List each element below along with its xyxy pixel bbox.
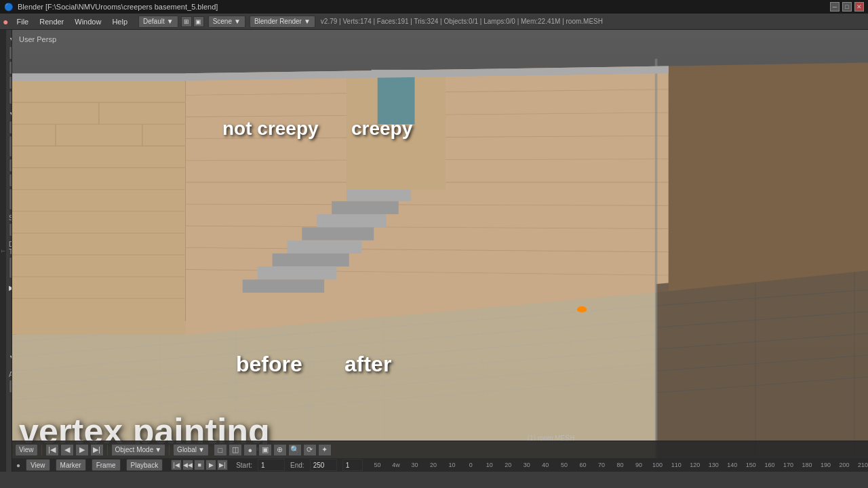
timeline-playback: |◀ ◀◀ ■ ▶ ▶| (171, 460, 228, 470)
tl-play[interactable]: ▶ (205, 460, 216, 470)
vp-global-label: Global (177, 446, 197, 453)
start-frame-input[interactable] (258, 459, 285, 471)
mode-selector[interactable]: Default▼ (138, 16, 178, 28)
window-controls[interactable]: ─ □ ✕ (830, 2, 864, 12)
separator-3 (169, 445, 170, 455)
viewport-label: User Persp (19, 35, 56, 43)
editor-type-icons[interactable]: ⊞ ▣ (181, 16, 204, 27)
frame-140: 140 (723, 462, 742, 468)
left-strip-label: T (0, 249, 6, 253)
frame-numbers: 50 4w 30 20 10 0 10 20 30 40 50 60 70 80… (368, 458, 868, 472)
scene-selector[interactable]: Scene▼ (208, 16, 245, 28)
vp-icon-4[interactable]: ▣ (258, 444, 272, 456)
play-button[interactable]: ▶ (75, 444, 89, 456)
svg-point-66 (577, 306, 587, 312)
left-panel: ▼ Transform Translate Rotate Scale Mirro… (6, 30, 12, 472)
viewport-wrapper: not creepy creepy before after vertex pa… (12, 30, 868, 472)
tl-play-back[interactable]: ◀◀ (182, 460, 193, 470)
vp-icon-1[interactable]: □ (214, 444, 227, 456)
timeline-area[interactable]: 50 4w 30 20 10 0 10 20 30 40 50 60 70 80… (368, 458, 868, 472)
frame-150: 150 (742, 462, 761, 468)
vp-icon-8[interactable]: ✦ (318, 444, 332, 456)
frame-30: 30 (406, 462, 425, 468)
svg-rect-44 (287, 241, 361, 253)
frame-60: 60 (574, 462, 593, 468)
tl-stop[interactable]: ■ (194, 460, 205, 470)
vp-mode-label: Object Mode (115, 446, 154, 453)
minimize-button[interactable]: ─ (830, 2, 840, 12)
editor-icon-2[interactable]: ▣ (193, 16, 204, 27)
maximize-button[interactable]: □ (842, 2, 852, 12)
svg-rect-43 (302, 227, 374, 240)
frame-190: 190 (816, 462, 835, 468)
vp-icon-row: □ ◫ ● ▣ ⊕ 🔍 ⟳ ✦ (214, 444, 332, 456)
frame-10p: 10 (480, 462, 499, 468)
menu-item-file[interactable]: File (11, 16, 34, 27)
menu-item-help[interactable]: Help (106, 16, 133, 27)
tl-step-back[interactable]: |◀ (171, 460, 182, 470)
editor-icon-1[interactable]: ⊞ (181, 16, 192, 27)
svg-rect-46 (258, 266, 337, 279)
vp-mode-dropdown[interactable]: Object Mode▼ (111, 444, 166, 456)
play-reverse-button[interactable]: ◀ (60, 444, 74, 456)
status-marker-button[interactable]: Marker (56, 459, 86, 471)
status-view-button[interactable]: View (26, 459, 50, 471)
viewport-text-not-creepy: not creepy (222, 118, 319, 140)
frame-50: 50 (555, 462, 574, 468)
blender-icon: 🔵 (4, 3, 14, 12)
step-forward-button[interactable]: ▶| (90, 444, 104, 456)
svg-marker-61 (669, 59, 868, 291)
scene-svg (12, 30, 868, 458)
frame-130: 130 (704, 462, 723, 468)
current-frame-input[interactable] (342, 459, 363, 471)
menu-bar: ● File Render Window Help Default▼ ⊞ ▣ S… (0, 14, 868, 30)
svg-rect-41 (332, 201, 399, 214)
menu-item-window[interactable]: Window (69, 16, 106, 27)
vp-icon-3[interactable]: ● (243, 444, 257, 456)
frame-160: 160 (760, 462, 779, 468)
frame-20: 20 (424, 462, 443, 468)
vp-global-dropdown[interactable]: Global▼ (173, 444, 209, 456)
viewport-text-before: before (236, 352, 302, 377)
start-label: Start: (236, 462, 252, 469)
svg-rect-42 (317, 214, 386, 227)
viewport-text-after: after (344, 352, 391, 377)
vp-icon-2[interactable]: ◫ (229, 444, 242, 456)
close-button[interactable]: ✕ (854, 2, 864, 12)
viewport-text-creepy: creepy (351, 118, 412, 140)
status-frame-button[interactable]: Frame (92, 459, 121, 471)
frame-0: 0 (461, 462, 480, 468)
playback-controls: |◀ ◀ ▶ ▶| (45, 444, 104, 456)
status-playback-button[interactable]: Playback (126, 459, 163, 471)
frame-170: 170 (779, 462, 798, 468)
stats-display: v2.79 | Verts:174 | Faces:191 | Tris:324… (321, 18, 603, 25)
step-back-button[interactable]: |◀ (45, 444, 59, 456)
tl-step-fwd[interactable]: ▶| (217, 460, 228, 470)
left-strip: T (0, 30, 6, 472)
frame-80: 80 (611, 462, 630, 468)
frame-210: 210 (854, 462, 868, 468)
separator-2 (107, 445, 108, 455)
frame-90: 90 (629, 462, 648, 468)
frame-200: 200 (835, 462, 854, 468)
end-frame-input[interactable] (310, 459, 337, 471)
blender-logo: ● (3, 16, 8, 27)
svg-rect-45 (272, 253, 349, 266)
vp-icon-5[interactable]: ⊕ (273, 444, 287, 456)
menu-item-render[interactable]: Render (34, 16, 69, 27)
svg-rect-47 (243, 279, 325, 292)
title-bar: 🔵 Blender [F:\Social\NMVUrooms\creepers … (0, 0, 868, 14)
main-layout: T ▼ Transform Translate Rotate Scale Mir… (0, 30, 868, 472)
frame-100: 100 (648, 462, 667, 468)
svg-rect-50 (378, 73, 415, 124)
vp-icon-7[interactable]: ⟳ (303, 444, 317, 456)
frame-180: 180 (797, 462, 816, 468)
frame-70: 70 (592, 462, 611, 468)
vp-view-button[interactable]: View (15, 444, 38, 456)
viewport-3d[interactable]: not creepy creepy before after vertex pa… (12, 30, 868, 458)
render-engine-selector[interactable]: Blender Render▼ (250, 16, 315, 28)
vp-icon-6[interactable]: 🔍 (288, 444, 302, 456)
viewport-bottom-toolbar: View |◀ ◀ ▶ ▶| Object Mode▼ Global▼ (12, 441, 868, 458)
frame-50n: 50 (368, 462, 387, 468)
window-title: Blender [F:\Social\NMVUrooms\creepers ba… (18, 3, 830, 11)
